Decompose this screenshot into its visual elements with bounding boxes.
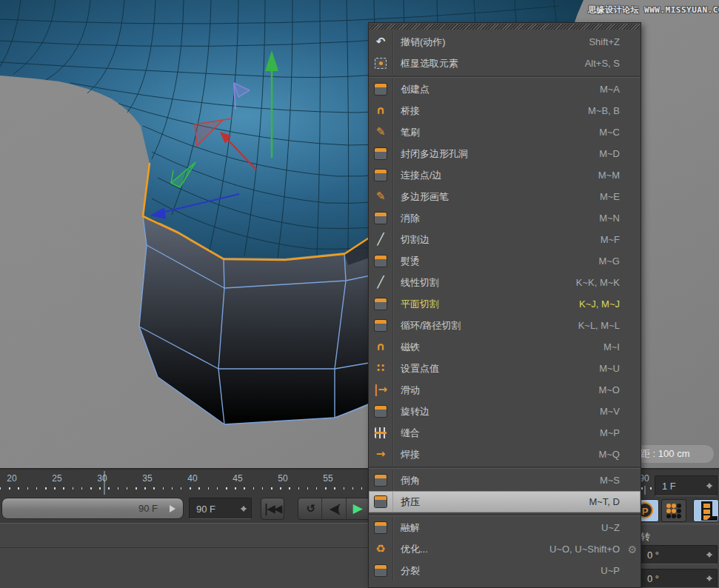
brush-icon: ✎: [376, 127, 386, 138]
menu-item-shortcut: M~O: [598, 384, 620, 395]
menu-item-label: 线性切割: [401, 276, 439, 290]
watermark-text: 思缘设计论坛 WWW.MISSYUAN.COM: [588, 4, 719, 16]
menu-item-shortcut: M~A: [600, 84, 620, 95]
play-forwards-button[interactable]: ▶: [347, 498, 369, 519]
connect-points-edges-icon: [375, 170, 387, 181]
split-icon: [375, 565, 387, 576]
menu-item-melt[interactable]: 融解 U~Z: [369, 517, 641, 538]
dot: [666, 509, 671, 513]
menu-item-shortcut: M~G: [598, 255, 620, 267]
plane-cut-icon: [375, 298, 387, 310]
menu-item-label: 笔刷: [401, 126, 420, 139]
menu-item-brush[interactable]: ✎ 笔刷 M~C: [369, 121, 641, 143]
play-backwards-button[interactable]: ↺: [298, 498, 322, 519]
menu-item-label: 撤销(动作): [401, 36, 446, 49]
menu-item-shortcut: M~V: [600, 406, 620, 417]
menu-item-dissolve[interactable]: 消除 M~N: [369, 207, 641, 229]
menu-item-shortcut: M~C: [599, 127, 620, 138]
menu-item-label: 桥接: [401, 104, 420, 118]
frame-stepper[interactable]: [240, 503, 248, 515]
dot: [672, 504, 676, 508]
menu-item-shortcut: M~S: [600, 475, 620, 486]
go-to-start-button[interactable]: |◀◀: [261, 498, 284, 520]
menu-item-iron[interactable]: 熨烫 M~G: [369, 250, 641, 272]
bridge-icon: ∩: [376, 105, 385, 116]
menu-tearoff-handle[interactable]: [369, 24, 640, 30]
current-frame-field[interactable]: 90 F: [189, 498, 252, 519]
ruler-number: 30: [97, 473, 107, 484]
menu-item-label: 熨烫: [401, 255, 420, 268]
weld-icon: →: [376, 449, 386, 460]
slide-icon: |→: [374, 384, 387, 395]
bevel-icon: [375, 475, 387, 486]
create-point-icon: [375, 84, 387, 95]
menu-item-shortcut: M~D: [599, 148, 620, 159]
menu-separator: [369, 467, 641, 468]
ruler-number: 45: [233, 473, 242, 484]
optimize-icon: ♻: [375, 544, 385, 555]
menu-item-label: 优化...: [401, 543, 428, 556]
menu-item-magnet[interactable]: ∩ 磁铁 M~I: [369, 336, 641, 358]
menu-item-shortcut: M~F: [601, 234, 620, 245]
previous-frame-button[interactable]: ◀(: [322, 498, 346, 519]
polygon-pen-icon: ✎: [376, 191, 386, 202]
magnet-icon: ∩: [376, 341, 385, 353]
menu-item-shortcut: M~E: [600, 191, 620, 202]
menu-item-loop-path-cut[interactable]: 循环/路径切割 K~L, M~L: [369, 315, 641, 336]
dot: [677, 509, 681, 513]
menu-item-shortcut: Alt+S, S: [585, 58, 620, 69]
menu-item-stitch-sew[interactable]: 缝合 M~P: [369, 422, 641, 444]
playback-button-group: ↺◀(▶: [298, 498, 370, 520]
stitch-sew-icon: [375, 427, 387, 438]
b-rotation-field[interactable]: 0 °: [641, 569, 718, 588]
menu-item-plane-cut[interactable]: 平面切割 K~J, M~J: [369, 293, 641, 315]
frame-selection-icon: [375, 58, 387, 69]
h-rotation-stepper[interactable]: [706, 549, 714, 561]
menu-item-bridge[interactable]: ∩ 桥接 M~B, B: [369, 100, 641, 121]
menu-item-optimize[interactable]: ♻ 优化... U~O, U~Shift+O ⚙: [369, 538, 641, 560]
menu-item-undo[interactable]: ↶ 撤销(动作) Shift+Z: [369, 31, 641, 53]
grid-dots-button[interactable]: [661, 499, 686, 522]
menu-item-rotate-edge[interactable]: 旋转边 M~V: [369, 401, 641, 422]
menu-item-label: 多边形画笔: [401, 190, 449, 204]
menu-item-split[interactable]: 分裂 U~P: [369, 560, 641, 581]
menu-item-polygon-pen[interactable]: ✎ 多边形画笔 M~E: [369, 186, 641, 207]
menu-item-cut-edge[interactable]: ╱ 切割边 M~F: [369, 229, 641, 250]
b-rotation-stepper[interactable]: [706, 572, 714, 584]
menu-item-line-cut[interactable]: ╱ 线性切割 K~K, M~K: [369, 272, 641, 293]
menu-item-shortcut: K~L, M~L: [578, 320, 620, 331]
dot: [666, 504, 671, 508]
menu-item-shortcut: M~Q: [598, 449, 620, 460]
menu-item-label: 分裂: [401, 564, 420, 578]
menu-item-frame-selection[interactable]: 框显选取元素 Alt+S, S: [369, 53, 641, 74]
menu-separator: [369, 514, 641, 515]
menu-item-label: 旋转边: [401, 405, 429, 418]
dissolve-icon: [375, 213, 387, 224]
menu-item-extrude[interactable]: 挤压 M~T, D: [369, 491, 641, 512]
frame-interval-field[interactable]: 1 F: [655, 475, 718, 496]
panel-divider: [629, 524, 719, 525]
undo-icon: ↶: [376, 36, 386, 47]
menu-item-shortcut: M~B, B: [588, 105, 620, 116]
menu-item-close-polygon-hole[interactable]: 封闭多边形孔洞 M~D: [369, 143, 641, 164]
menu-item-set-point-value[interactable]: ∷ 设置点值 M~U: [369, 358, 641, 379]
ruler-number: 40: [187, 473, 197, 484]
gear-icon[interactable]: ⚙: [627, 544, 637, 555]
menu-item-create-point[interactable]: 创建点 M~A: [369, 78, 641, 100]
menu-item-slide[interactable]: |→ 滑动 M~O: [369, 379, 641, 401]
menu-item-bevel[interactable]: 倒角 M~S: [369, 470, 641, 491]
interval-stepper[interactable]: [706, 480, 714, 492]
menu-item-label: 切割边: [401, 233, 429, 247]
loop-path-cut-icon: [375, 320, 387, 331]
iron-icon: [375, 255, 387, 267]
menu-item-shortcut: M~N: [599, 213, 620, 224]
filmstrip-button[interactable]: [693, 499, 719, 522]
menu-item-label: 框显选取元素: [401, 57, 458, 70]
dot: [677, 504, 681, 508]
menu-item-weld[interactable]: → 焊接 M~Q: [369, 444, 641, 465]
cut-edge-icon: ╱: [377, 234, 384, 245]
menu-item-connect-points-edges[interactable]: 连接点/边 M~M: [369, 164, 641, 186]
h-rotation-field[interactable]: 0 °: [641, 545, 718, 564]
preview-marker[interactable]: [104, 471, 105, 495]
timeline-range-slider[interactable]: 90 F: [1, 498, 184, 519]
